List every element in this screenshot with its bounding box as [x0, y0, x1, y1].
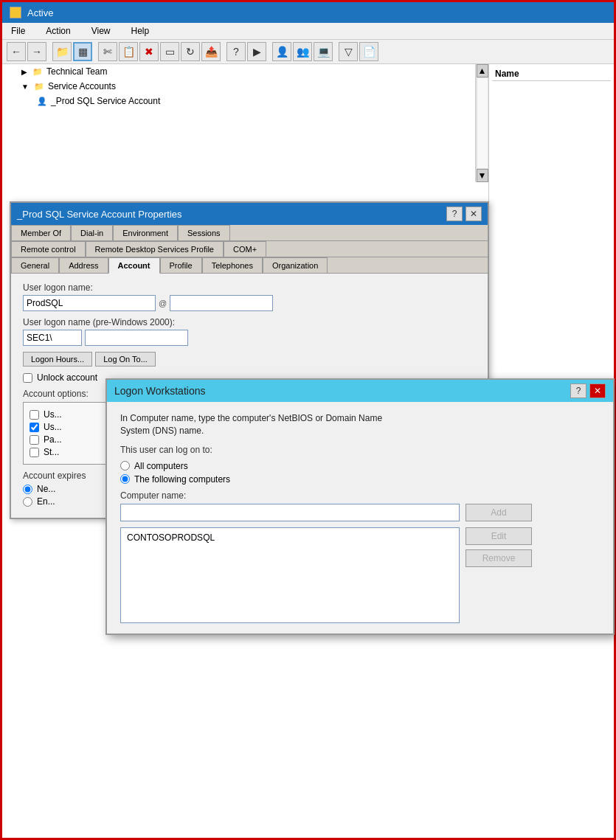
refresh-button[interactable]: ↻ [181, 42, 200, 61]
user-logon-label: User logon name: [23, 282, 476, 293]
opt-checkbox-2[interactable] [30, 423, 39, 432]
properties-help-button[interactable]: ? [446, 206, 463, 221]
menu-help[interactable]: Help [127, 24, 154, 38]
tab-com[interactable]: COM+ [224, 241, 266, 257]
scrollbar-down[interactable]: ▼ [477, 169, 488, 182]
toolbar: ← → 📁 ▦ ✄ 📋 ✖ ▭ ↻ 📤 ? ▶ 👤 👥 💻 ▽ 📄 [2, 40, 614, 64]
logon-buttons-row: Logon Hours... Log On To... [23, 352, 476, 367]
logon-help-button[interactable]: ? [570, 383, 586, 398]
tab-dial-in[interactable]: Dial-in [71, 225, 113, 241]
run-button[interactable]: ▶ [247, 42, 266, 61]
logon-description: In Computer name, type the computer's Ne… [120, 412, 600, 437]
tab-address[interactable]: Address [59, 257, 108, 274]
group-icon[interactable]: 👥 [293, 42, 312, 61]
logon-dialog-content: In Computer name, type the computer's Ne… [107, 402, 613, 634]
menu-bar: File Action View Help [2, 23, 614, 40]
radio-all-computers[interactable] [120, 461, 130, 471]
report-icon[interactable]: 📄 [359, 42, 378, 61]
folder-icon: 📁 [32, 66, 44, 77]
back-button[interactable]: ← [7, 42, 26, 61]
computer-list-item[interactable]: CONTOSOPRODSQL [124, 531, 456, 544]
radio-following-row: The following computers [120, 474, 600, 485]
forward-button[interactable]: → [27, 42, 46, 61]
properties-close-button[interactable]: ✕ [466, 206, 482, 221]
radio-following-computers[interactable] [120, 474, 130, 484]
tab-profile[interactable]: Profile [160, 257, 202, 274]
user-logon-row: @ [23, 295, 476, 311]
copy-button[interactable]: 📋 [119, 42, 138, 61]
tree-item-service-accounts[interactable]: ▼ 📁 Service Accounts [2, 79, 488, 94]
logon-close-button[interactable]: ✕ [589, 383, 606, 398]
logon-dialog-title-buttons: ? ✕ [570, 383, 606, 398]
tab-organization[interactable]: Organization [263, 257, 328, 274]
logon-workstations-dialog: Logon Workstations ? ✕ In Computer name,… [105, 378, 615, 635]
folder-up-button[interactable]: 📁 [52, 42, 72, 61]
tab-account[interactable]: Account [108, 257, 160, 274]
main-area: ▶ 📁 Technical Team ▼ 📁 Service Accounts … [2, 64, 614, 212]
user-logon-input[interactable] [23, 295, 156, 311]
computers-list-box[interactable]: CONTOSOPRODSQL [120, 527, 460, 623]
radio-never-input[interactable] [23, 485, 32, 494]
tab-general[interactable]: General [11, 257, 59, 274]
menu-action[interactable]: Action [41, 24, 75, 38]
radio-following-label: The following computers [134, 474, 230, 485]
export-button[interactable]: 📤 [201, 42, 221, 61]
edit-button[interactable]: Edit [466, 527, 532, 545]
pre-username-input[interactable] [85, 330, 188, 346]
tab-member-of[interactable]: Member Of [11, 225, 71, 241]
delete-button[interactable]: ✖ [139, 42, 159, 61]
tree-item-technical-team[interactable]: ▶ 📁 Technical Team [2, 64, 488, 79]
user-icon[interactable]: 👤 [272, 42, 291, 61]
tree-item-prod-sql[interactable]: 👤 _Prod SQL Service Account [2, 94, 488, 108]
menu-file[interactable]: File [7, 24, 30, 38]
user-account-icon: 👤 [36, 95, 48, 107]
logon-hours-button[interactable]: Logon Hours... [23, 352, 92, 367]
domain-input[interactable] [170, 295, 273, 311]
opt-checkbox-4[interactable] [30, 448, 39, 457]
properties-title: _Prod SQL Service Account Properties [17, 209, 182, 220]
properties-button[interactable]: ▭ [160, 42, 179, 61]
title-bar: Active [2, 2, 614, 23]
help-icon[interactable]: ? [226, 42, 246, 61]
prod-sql-label: _Prod SQL Service Account [51, 96, 160, 106]
log-on-to-button[interactable]: Log On To... [95, 352, 156, 367]
properties-title-buttons: ? ✕ [446, 206, 482, 221]
tab-environment[interactable]: Environment [113, 225, 178, 241]
scrollbar-up[interactable]: ▲ [477, 64, 488, 77]
opt-checkbox-1[interactable] [30, 410, 39, 420]
unlock-checkbox[interactable] [23, 373, 32, 383]
pre-domain-input[interactable] [23, 330, 82, 346]
tab-rdp[interactable]: Remote Desktop Services Profile [86, 241, 224, 257]
log-on-to-label: This user can log on to: [120, 445, 600, 455]
filter-icon[interactable]: ▽ [339, 42, 358, 61]
app-icon [10, 7, 21, 18]
cut-button[interactable]: ✄ [98, 42, 117, 61]
tab-remote-control[interactable]: Remote control [11, 241, 86, 257]
tabs-row-1: Member Of Dial-in Environment Sessions [11, 225, 488, 241]
view-button[interactable]: ▦ [73, 42, 92, 61]
radio-all-computers-row: All computers [120, 461, 600, 471]
computer-name-label: Computer name: [120, 490, 600, 501]
tab-telephones[interactable]: Telephones [202, 257, 263, 274]
tab-sessions[interactable]: Sessions [178, 225, 230, 241]
computer-name-input[interactable] [120, 504, 460, 521]
remove-button[interactable]: Remove [466, 549, 532, 567]
outer-window: Active File Action View Help ← → 📁 ▦ ✄ 📋… [0, 0, 616, 840]
computer-icon[interactable]: 💻 [314, 42, 333, 61]
add-button[interactable]: Add [466, 504, 532, 521]
folder-icon-service: 📁 [33, 80, 45, 92]
logon-dialog-title: Logon Workstations [114, 385, 205, 397]
radio-end-input[interactable] [23, 497, 32, 507]
window-title: Active [27, 7, 53, 18]
radio-all-label: All computers [134, 461, 188, 471]
right-panel: Name [489, 64, 614, 212]
tabs-row-3: General Address Account Profile Telephon… [11, 257, 488, 274]
unlock-label: Unlock account [37, 372, 97, 383]
computer-list-row: CONTOSOPRODSQL Edit Remove [120, 527, 600, 623]
user-logon-pre-row [23, 330, 476, 346]
menu-view[interactable]: View [87, 24, 115, 38]
user-logon-pre-label: User logon name (pre-Windows 2000): [23, 317, 476, 327]
properties-title-bar: _Prod SQL Service Account Properties ? ✕ [11, 203, 488, 225]
opt-checkbox-3[interactable] [30, 435, 39, 445]
name-column-header: Name [492, 67, 611, 81]
